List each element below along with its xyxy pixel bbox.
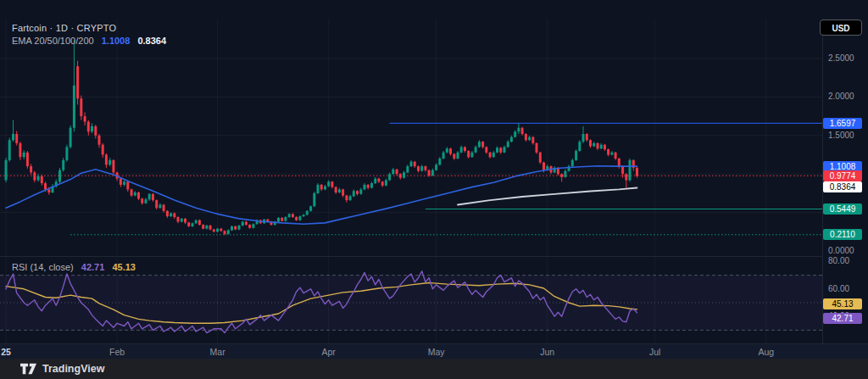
tradingview-logo-icon[interactable] (20, 363, 36, 375)
price-tick: 2.5000 (828, 53, 854, 64)
rsi-indicator-label: RSI (14, close) (12, 262, 74, 272)
price-label: 0.5449 (823, 203, 862, 215)
time-tick: 25 (0, 345, 20, 359)
time-tick: Feb (103, 345, 131, 359)
currency-toggle-button[interactable]: USD (820, 20, 862, 36)
tradingview-brand-name[interactable]: TradingView (42, 363, 104, 375)
time-tick: Aug (752, 345, 781, 359)
price-tick: 2.0000 (828, 92, 854, 102)
rsi-label: 45.13 (823, 298, 862, 309)
price-tick: 0.0000 (828, 246, 854, 256)
price-label: 1.6597 (823, 118, 862, 129)
label-overlay: Fartcoin · 1D · CRYPTO EMA 20/50/100/200… (0, 0, 868, 379)
time-tick: Apr (314, 345, 343, 359)
price-label: 0.8364 (823, 181, 862, 192)
ema-indicator-legend[interactable]: EMA 20/50/100/200 1.1008 0.8364 (12, 36, 166, 46)
price-tick: 1.5000 (828, 131, 854, 141)
price-label: 0.2110 (823, 229, 862, 240)
footer-bar: TradingView (0, 359, 868, 379)
rsi-tick: 60.00 (828, 284, 849, 294)
time-tick: Mar (203, 345, 232, 359)
price-label: 0.9774 (823, 170, 862, 181)
ema-indicator-label: EMA 20/50/100/200 (12, 36, 94, 46)
rsi-tick: 80.00 (828, 256, 849, 266)
time-tick: May (422, 345, 451, 359)
rsi-ma-value: 45.13 (112, 262, 136, 272)
time-tick: Jun (533, 345, 562, 359)
ema-white-value: 0.8364 (137, 36, 166, 46)
ema-blue-value: 1.1008 (102, 36, 131, 46)
rsi-indicator-legend[interactable]: RSI (14, close) 42.71 45.13 (12, 262, 136, 272)
rsi-label: 42.71 (823, 313, 862, 324)
time-tick: Jul (641, 345, 670, 359)
rsi-value: 42.71 (81, 262, 105, 272)
tradingview-published-chart: sahushaun published on TradingView.com, … (0, 0, 868, 379)
symbol-title[interactable]: Fartcoin · 1D · CRYPTO (12, 23, 116, 33)
